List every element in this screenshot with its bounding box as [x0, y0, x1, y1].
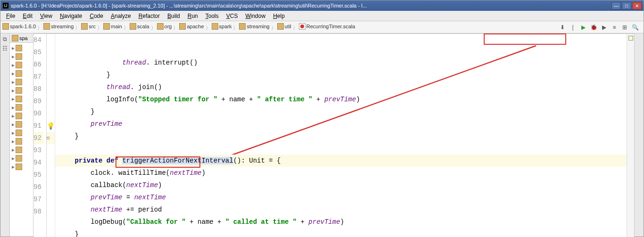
menu-refactor[interactable]: Refactor	[135, 12, 164, 20]
expand-icon[interactable]: ▸	[11, 104, 16, 111]
tree-row[interactable]: ▸	[11, 78, 32, 86]
expand-icon[interactable]: ▸	[11, 147, 16, 153]
menu-help[interactable]: Help	[269, 12, 289, 20]
expand-icon[interactable]: ▸	[11, 138, 16, 145]
breadcrumb-streaming[interactable]: streaming	[43, 23, 74, 30]
breadcrumb-util[interactable]: util	[277, 23, 291, 30]
code-line[interactable]: prevTime	[55, 118, 627, 130]
debug-icon[interactable]: 🐞	[590, 24, 597, 31]
line-number[interactable]: 95	[33, 169, 43, 181]
line-number[interactable]: 90	[33, 107, 43, 120]
code-line[interactable]: thread. join()	[55, 81, 627, 93]
code-line[interactable]: clock. waitTillTime(nextTime)	[55, 167, 627, 179]
code-line[interactable]: callback(nextTime)	[55, 179, 627, 191]
expand-icon[interactable]: ▸	[11, 113, 16, 119]
menu-build[interactable]: Build	[164, 12, 184, 20]
tree-row[interactable]: ▸	[11, 129, 32, 137]
code-line[interactable]: thread. interrupt()	[55, 57, 627, 69]
project-tool-icon[interactable]: ⧉	[1, 35, 9, 43]
tree-row[interactable]: ▸	[11, 163, 32, 171]
tree-row[interactable]: ▸	[11, 52, 32, 61]
menu-navigate[interactable]: Navigate	[56, 12, 86, 20]
menu-file[interactable]: File	[2, 12, 19, 20]
code-line[interactable]	[55, 142, 627, 155]
line-number[interactable]: 85	[33, 46, 43, 58]
line-number[interactable]: 84	[33, 34, 43, 46]
breadcrumb-streaming[interactable]: streaming	[239, 23, 269, 30]
download-icon[interactable]: ⬇	[559, 24, 566, 31]
tree-row[interactable]: ▸	[11, 120, 32, 129]
project-structure-icon[interactable]: ⊞	[621, 24, 628, 31]
expand-icon[interactable]: ▸	[11, 130, 16, 136]
run-coverage-icon[interactable]: ▶	[600, 24, 608, 31]
breadcrumb-spark[interactable]: spark	[212, 23, 232, 30]
project-sidebar[interactable]: spa ▸▸▸▸▸▸▸▸▸▸▸▸▸▸▸	[10, 33, 33, 237]
line-number[interactable]: 98	[33, 205, 43, 218]
tree-row[interactable]: ▸	[11, 69, 32, 78]
search-icon[interactable]: 🔍	[631, 24, 639, 31]
run-icon[interactable]: ▶	[579, 24, 587, 31]
fold-icon[interactable]: ⊟	[47, 135, 50, 141]
expand-icon[interactable]: ▸	[11, 45, 16, 51]
tree-row[interactable]: ▸	[11, 86, 32, 95]
tree-row[interactable]: ▸	[11, 112, 32, 120]
line-number[interactable]: 88	[33, 83, 43, 95]
line-number[interactable]: 86	[33, 58, 43, 71]
close-button[interactable]: ✕	[632, 2, 642, 9]
line-number[interactable]: 89	[33, 95, 43, 107]
line-number[interactable]: 92	[33, 132, 43, 144]
breadcrumb-scala[interactable]: scala	[130, 23, 149, 30]
code-line[interactable]: logInfo("Stopped timer for " + name + " …	[55, 93, 627, 106]
tree-row[interactable]: ▸	[11, 154, 32, 163]
menu-edit[interactable]: Edit	[19, 12, 36, 20]
breadcrumb-spark-1-6-0[interactable]: spark-1.6.0	[2, 23, 36, 30]
breadcrumb-recurringtimer-scala[interactable]: RecurringTimer.scala	[299, 23, 355, 30]
line-number[interactable]: 87	[33, 71, 43, 83]
menu-analyze[interactable]: Analyze	[107, 12, 135, 20]
menu-tools[interactable]: Tools	[202, 12, 223, 20]
code-line[interactable]: private def triggerActionForNextInterval…	[55, 155, 627, 167]
breadcrumb-main[interactable]: main	[103, 23, 122, 30]
breadcrumb-src[interactable]: src	[81, 23, 96, 30]
line-number[interactable]: 93	[33, 144, 43, 156]
line-number[interactable]: 94	[33, 156, 43, 169]
menu-code[interactable]: Code	[86, 12, 107, 20]
tree-row[interactable]: ▸	[11, 103, 32, 112]
minimize-button[interactable]: —	[611, 2, 621, 9]
menu-vcs[interactable]: VCS	[223, 12, 242, 20]
maximize-button[interactable]: □	[622, 2, 631, 9]
expand-icon[interactable]: ▸	[11, 79, 16, 85]
expand-icon[interactable]: ▸	[11, 163, 16, 170]
expand-icon[interactable]: ▸	[11, 121, 16, 128]
code-line[interactable]: }	[55, 106, 627, 118]
expand-icon[interactable]: ▸	[11, 96, 16, 102]
tree-row[interactable]: ▸	[11, 95, 32, 103]
code-line[interactable]: nextTime += period	[55, 204, 627, 216]
tree-row[interactable]: ▸	[11, 137, 32, 146]
code-line[interactable]: }	[55, 228, 627, 237]
expand-icon[interactable]: ▸	[11, 87, 16, 94]
code-line[interactable]: }	[55, 69, 627, 81]
intention-bulb-icon[interactable]: 💡	[47, 122, 55, 130]
menu-view[interactable]: View	[36, 12, 56, 20]
expand-icon[interactable]: ▸	[11, 53, 16, 60]
code-line[interactable]: logDebug("Callback for " + name + " call…	[55, 216, 627, 228]
line-number[interactable]: 97	[33, 193, 43, 205]
code-line[interactable]: prevTime = nextTime	[55, 191, 627, 204]
breadcrumb-apache[interactable]: apache	[179, 23, 204, 30]
expand-icon[interactable]: ▸	[11, 155, 16, 162]
code-editor[interactable]: 848586878889909192939495969798 💡⊟ thread…	[33, 34, 634, 237]
code-line[interactable]: }	[55, 130, 627, 142]
tree-row[interactable]: ▸	[11, 44, 32, 52]
line-number[interactable]: 91	[33, 120, 43, 132]
menu-run[interactable]: Run	[184, 12, 202, 20]
menu-window[interactable]: Window	[241, 12, 269, 20]
expand-icon[interactable]: ▸	[11, 62, 16, 68]
expand-icon[interactable]: ▸	[11, 70, 16, 77]
structure-tool-icon[interactable]: ☷	[1, 45, 9, 52]
tree-row[interactable]: ▸	[11, 61, 32, 69]
line-number[interactable]: 96	[33, 181, 43, 193]
stop-icon[interactable]: ■	[611, 24, 618, 31]
breadcrumb-org[interactable]: org	[157, 23, 172, 30]
editor-marker-gutter[interactable]	[627, 34, 634, 237]
